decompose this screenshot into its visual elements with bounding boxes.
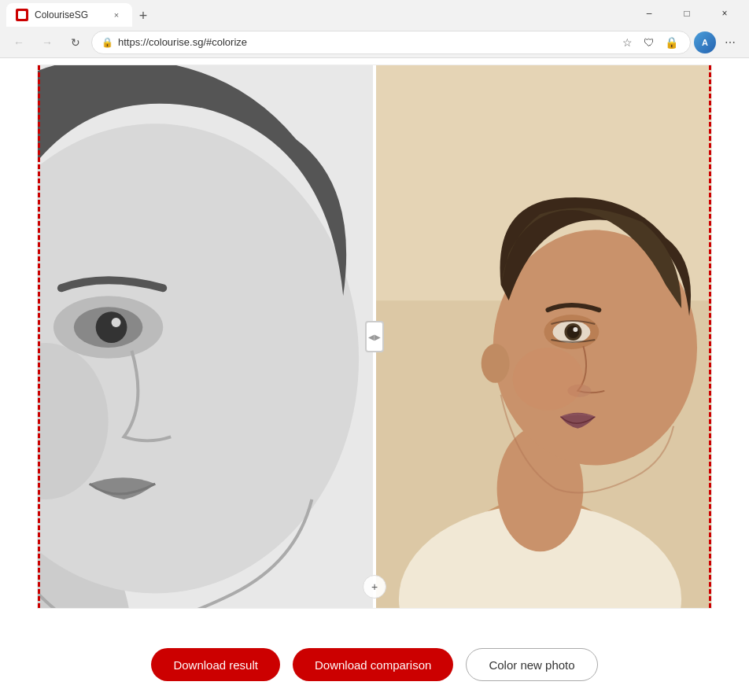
svg-rect-31 [375, 65, 711, 608]
browser-window: ColouriseSG × + – □ × ← → ↻ 🔒 https://co… [0, 0, 749, 700]
left-border [38, 65, 44, 608]
maximize-button[interactable]: □ [669, 0, 705, 27]
tab-title: ColouriseSG [35, 9, 104, 20]
title-bar: ColouriseSG × + – □ × [0, 0, 749, 27]
lock-icon: 🔒 [101, 37, 113, 48]
active-tab[interactable]: ColouriseSG × [6, 3, 132, 27]
tab-bar: ColouriseSG × + [6, 0, 628, 27]
download-result-button[interactable]: Download result [151, 648, 280, 681]
close-button[interactable]: × [707, 0, 743, 27]
download-comparison-button[interactable]: Download comparison [293, 648, 453, 681]
divider-arrows: ◀▶ [368, 333, 381, 341]
address-field[interactable]: 🔒 https://colourise.sg/#colorize ☆ 🛡 🔒 [91, 31, 691, 54]
content-area: ◀▶ + Download result Download comparison… [0, 58, 749, 700]
tab-close-button[interactable]: × [110, 9, 123, 21]
forward-button[interactable]: → [35, 30, 60, 55]
svg-point-13 [96, 311, 127, 343]
address-bar: ← → ↻ 🔒 https://colourise.sg/#colorize ☆… [0, 27, 749, 58]
menu-icon[interactable]: ⋯ [718, 30, 743, 55]
comparison-divider[interactable]: ◀▶ [373, 65, 376, 608]
refresh-button[interactable]: ↻ [63, 30, 88, 55]
minimize-button[interactable]: – [631, 0, 667, 27]
bw-image-panel [38, 65, 374, 608]
window-controls: – □ × [631, 0, 743, 27]
divider-handle[interactable]: ◀▶ [365, 321, 384, 352]
address-actions: ☆ 🛡 🔒 [618, 33, 681, 52]
color-new-photo-button[interactable]: Color new photo [466, 648, 597, 681]
back-button[interactable]: ← [6, 30, 31, 55]
right-border [705, 65, 711, 608]
star-icon[interactable]: ☆ [618, 33, 636, 52]
action-buttons: Download result Download comparison Colo… [151, 629, 597, 700]
new-tab-button[interactable]: + [132, 5, 154, 27]
profile-icon[interactable]: A [694, 31, 716, 53]
image-comparison[interactable]: ◀▶ + [37, 64, 712, 609]
zoom-button[interactable]: + [363, 575, 386, 599]
shield-icon[interactable]: 🛡 [640, 33, 659, 52]
tab-favicon [16, 9, 28, 21]
svg-point-14 [112, 318, 121, 327]
lock2-icon[interactable]: 🔒 [662, 33, 681, 52]
url-text: https://colourise.sg/#colorize [118, 36, 613, 48]
colorized-image-panel [374, 65, 711, 608]
toolbar-icons: A ⋯ [694, 30, 743, 55]
